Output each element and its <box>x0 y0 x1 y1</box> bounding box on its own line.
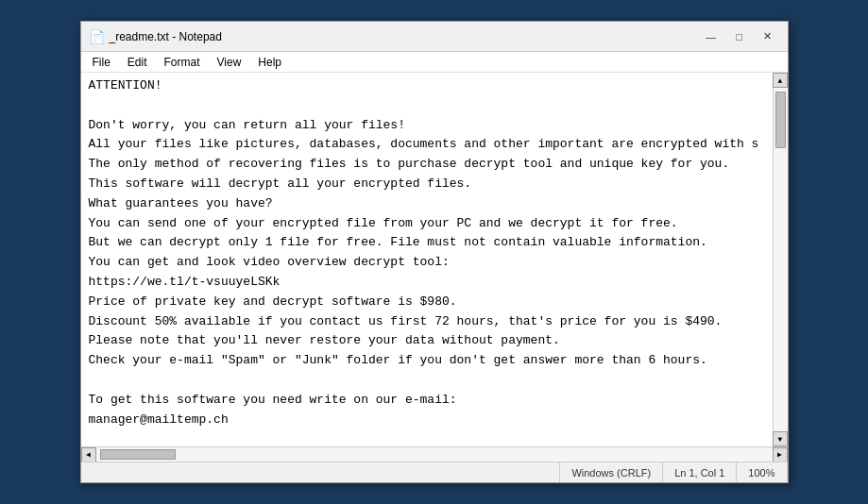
horizontal-scrollbar[interactable]: ◀ ▶ <box>81 446 788 462</box>
h-scroll-thumb[interactable] <box>100 449 176 460</box>
scroll-right-button[interactable]: ▶ <box>773 447 788 462</box>
menu-view[interactable]: View <box>210 54 249 71</box>
scroll-up-button[interactable]: ▲ <box>773 73 788 88</box>
scroll-down-button[interactable]: ▼ <box>773 431 788 446</box>
text-editor[interactable] <box>81 73 773 446</box>
status-bar: Windows (CRLF) Ln 1, Col 1 100% <box>81 462 788 482</box>
vertical-scrollbar[interactable]: ▲ ▼ <box>773 73 788 446</box>
status-zoom: 100% <box>737 462 787 482</box>
status-blank <box>81 462 561 482</box>
menu-bar: File Edit Format View Help <box>81 52 788 73</box>
menu-help[interactable]: Help <box>250 54 289 71</box>
status-line-col: Ln 1, Col 1 <box>663 462 737 482</box>
h-scroll-track[interactable] <box>96 447 773 462</box>
menu-edit[interactable]: Edit <box>120 54 155 71</box>
notepad-window: 📄 _readme.txt - Notepad — □ ✕ File Edit … <box>80 21 789 483</box>
window-controls: — □ ✕ <box>699 27 780 46</box>
close-button[interactable]: ✕ <box>756 27 780 46</box>
scroll-left-button[interactable]: ◀ <box>81 447 96 462</box>
scroll-track[interactable] <box>774 88 788 431</box>
status-encoding: Windows (CRLF) <box>560 462 663 482</box>
maximize-button[interactable]: □ <box>727 27 752 46</box>
content-wrapper: ▲ ▼ <box>81 73 788 446</box>
title-bar: 📄 _readme.txt - Notepad — □ ✕ <box>81 22 788 52</box>
minimize-button[interactable]: — <box>699 27 723 46</box>
window-title: _readme.txt - Notepad <box>110 30 699 43</box>
scroll-thumb[interactable] <box>775 92 786 148</box>
app-icon: 📄 <box>89 29 104 44</box>
menu-format[interactable]: Format <box>157 54 208 71</box>
menu-file[interactable]: File <box>85 54 118 71</box>
